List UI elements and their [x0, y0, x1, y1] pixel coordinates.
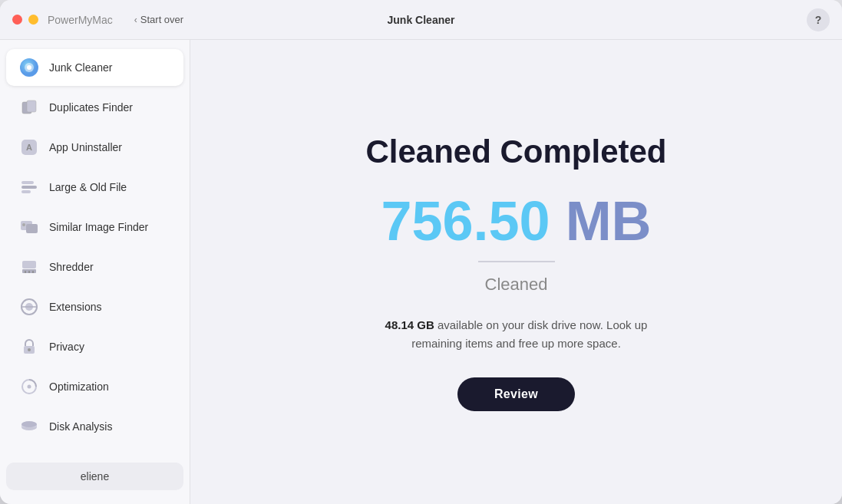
sidebar-item-privacy[interactable]: Privacy — [6, 328, 183, 365]
optimization-icon — [18, 376, 40, 397]
sidebar-item-duplicates-finder[interactable]: Duplicates Finder — [6, 89, 183, 126]
disk-size-bold: 48.14 GB — [385, 318, 434, 331]
sidebar-item-disk-analysis[interactable]: Disk Analysis — [6, 408, 183, 445]
extensions-icon — [18, 296, 40, 318]
shredder-icon — [18, 256, 40, 278]
titlebar: PowerMyMac ‹ Start over Junk Cleaner ? — [0, 0, 842, 40]
divider — [478, 261, 555, 262]
svg-point-2 — [27, 65, 31, 70]
user-profile[interactable]: eliene — [6, 463, 183, 490]
minimize-button[interactable] — [28, 15, 38, 25]
user-label: eliene — [81, 470, 109, 483]
sidebar-item-label: Disk Analysis — [49, 420, 112, 433]
cleaned-title: Cleaned Completed — [365, 133, 666, 170]
chevron-left-icon: ‹ — [134, 15, 137, 25]
disk-info-text: available on your disk drive now. Look u… — [411, 318, 647, 350]
disk-info: 48.14 GB available on your disk drive no… — [363, 316, 670, 353]
disk-analysis-icon — [18, 416, 40, 437]
sidebar-item-label: Privacy — [49, 341, 84, 353]
sidebar: Junk Cleaner Duplicates Finder A — [0, 40, 190, 504]
sidebar-item-app-uninstaller[interactable]: A App Uninstaller — [6, 129, 183, 166]
sidebar-item-label: Duplicates Finder — [49, 101, 133, 114]
sidebar-item-junk-cleaner[interactable]: Junk Cleaner — [6, 49, 183, 86]
cleaned-size-display: 756.50 MB — [381, 193, 651, 249]
traffic-lights — [12, 15, 38, 25]
svg-point-27 — [21, 421, 37, 427]
sidebar-item-optimization[interactable]: Optimization — [6, 368, 183, 405]
app-uninstaller-icon: A — [18, 137, 40, 158]
sidebar-item-label: App Uninstaller — [49, 141, 122, 153]
app-window: PowerMyMac ‹ Start over Junk Cleaner ? — [0, 0, 842, 504]
sidebar-item-extensions[interactable]: Extensions — [6, 288, 183, 325]
sidebar-item-label: Large & Old File — [49, 181, 127, 193]
sidebar-item-label: Junk Cleaner — [49, 61, 113, 74]
svg-point-12 — [22, 223, 25, 226]
svg-point-22 — [28, 348, 31, 351]
sidebar-item-similar-image-finder[interactable]: Similar Image Finder — [6, 209, 183, 245]
sidebar-item-shredder[interactable]: Shredder — [6, 249, 183, 285]
svg-rect-9 — [21, 190, 31, 193]
cleaned-label: Cleaned — [485, 275, 548, 295]
svg-rect-11 — [26, 224, 38, 233]
sidebar-item-label: Optimization — [49, 380, 109, 393]
similar-image-finder-icon — [18, 216, 40, 238]
sidebar-item-large-old-file[interactable]: Large & Old File — [6, 169, 183, 206]
privacy-icon — [18, 336, 40, 357]
sidebar-item-label: Shredder — [49, 261, 94, 273]
help-button[interactable]: ? — [807, 8, 830, 31]
cleaned-size-number: 756.50 MB — [381, 190, 651, 252]
cleaned-size-unit: MB — [566, 190, 652, 252]
titlebar-title: Junk Cleaner — [388, 14, 455, 26]
svg-rect-4 — [27, 100, 36, 112]
junk-cleaner-icon — [18, 57, 40, 78]
review-button[interactable]: Review — [457, 377, 575, 411]
start-over-label: Start over — [140, 14, 183, 25]
svg-point-24 — [28, 385, 31, 389]
sidebar-item-label: Extensions — [49, 301, 101, 313]
start-over-button[interactable]: ‹ Start over — [128, 11, 190, 28]
svg-rect-13 — [22, 261, 36, 268]
sidebar-item-label: Similar Image Finder — [49, 221, 148, 233]
app-name: PowerMyMac — [48, 14, 113, 26]
svg-rect-8 — [21, 186, 37, 189]
duplicates-finder-icon — [18, 97, 40, 118]
main-content: Junk Cleaner Duplicates Finder A — [0, 40, 842, 504]
svg-rect-7 — [21, 181, 34, 184]
svg-text:A: A — [26, 143, 32, 152]
close-button[interactable] — [12, 15, 22, 25]
large-old-file-icon — [18, 176, 40, 198]
content-area: Cleaned Completed 756.50 MB Cleaned 48.1… — [190, 40, 842, 504]
